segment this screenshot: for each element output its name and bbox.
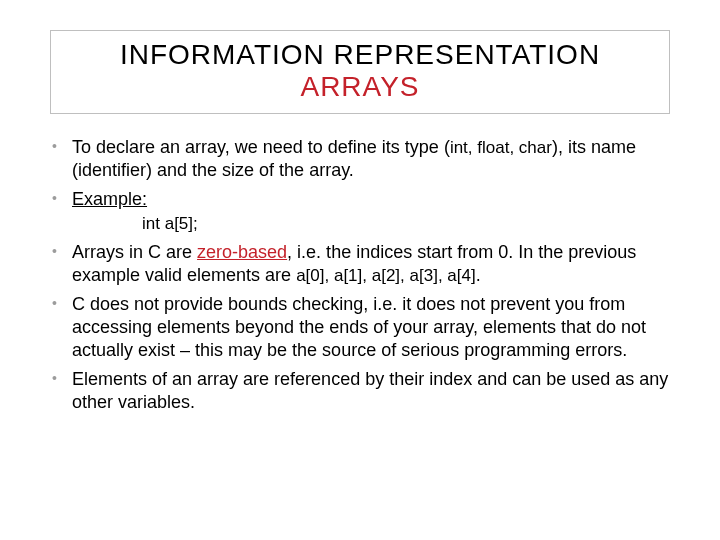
title-line2: ARRAYS <box>71 71 649 103</box>
bullet-2-label: Example: <box>72 189 147 209</box>
bullet-2: Example: int a[5]; <box>48 188 680 235</box>
bullet-4-text: C does not provide bounds checking, i.e.… <box>72 294 646 360</box>
bullet-3-elements: a[0], a[1], a[2], a[3], a[4] <box>296 266 476 285</box>
bullet-3-zero-based: zero-based <box>197 242 287 262</box>
title-box: INFORMATION REPRESENTATION ARRAYS <box>50 30 670 114</box>
bullet-3-text-e: . <box>476 265 481 285</box>
bullet-5: Elements of an array are referenced by t… <box>48 368 680 414</box>
bullet-3-text-a: Arrays in C are <box>72 242 197 262</box>
bullet-1-text-a: To declare an array, we need to define i… <box>72 137 450 157</box>
bullet-3: Arrays in C are zero-based, i.e. the ind… <box>48 241 680 287</box>
bullet-1-types: int, float, char <box>450 138 552 157</box>
title-line1: INFORMATION REPRESENTATION <box>71 39 649 71</box>
bullet-list: To declare an array, we need to define i… <box>40 136 680 414</box>
bullet-5-text: Elements of an array are referenced by t… <box>72 369 668 412</box>
bullet-1: To declare an array, we need to define i… <box>48 136 680 182</box>
slide: INFORMATION REPRESENTATION ARRAYS To dec… <box>0 0 720 540</box>
bullet-4: C does not provide bounds checking, i.e.… <box>48 293 680 362</box>
example-code: int a[5]; <box>72 213 680 235</box>
